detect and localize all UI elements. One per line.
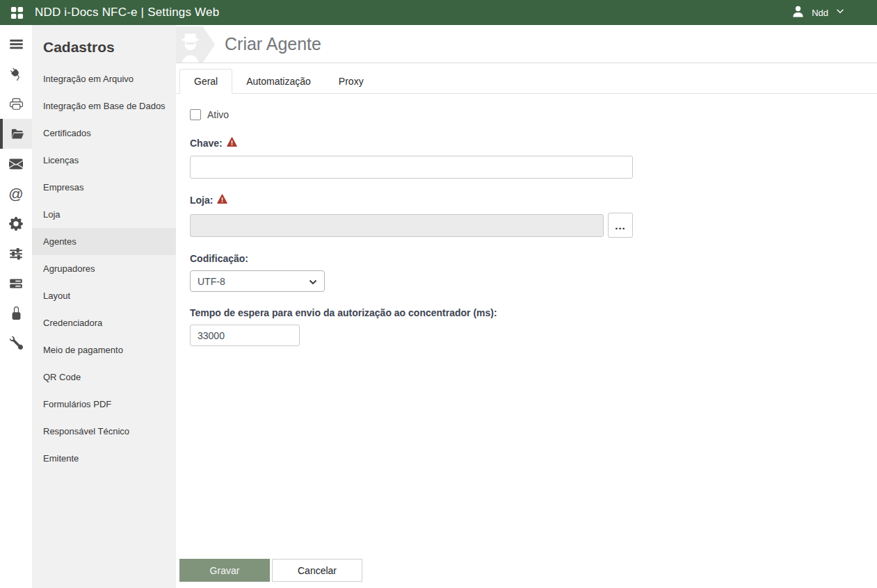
codificacao-field: Codificação: UTF-8 [190,253,863,292]
cancel-button[interactable]: Cancelar [272,559,362,582]
wrench-icon[interactable] [0,328,32,358]
topbar: NDD i-Docs NFC-e | Settings Web Ndd [0,0,877,25]
sidebar-item-agentes[interactable]: Agentes [32,228,176,255]
tempo-espera-input[interactable] [190,325,300,346]
sidebar: Cadastros Integração em Arquivo Integraç… [32,25,176,588]
chave-label: Chave: [190,138,223,149]
sidebar-item-empresas[interactable]: Empresas [32,174,176,201]
tempo-espera-label: Tempo de espera para envio da autorizaçã… [190,307,497,318]
save-button[interactable]: Gravar [179,559,270,582]
loja-field: Loja: ... [190,194,863,238]
sidebar-item-meio-pagamento[interactable]: Meio de pagamento [32,336,176,364]
ativo-field: Ativo [190,109,863,120]
chevron-down-icon [835,6,845,19]
page-header: Criar Agente [176,25,877,63]
sidebar-item-emitente[interactable]: Emitente [32,445,176,472]
server-icon[interactable] [0,268,32,298]
loja-input [190,214,604,237]
user-menu[interactable]: Ndd [791,5,845,21]
main-content: Criar Agente Geral Automatização Proxy A… [176,25,877,588]
agent-form: Ativo Chave: Loja: [176,94,877,559]
chevron-down-icon [309,276,317,287]
codificacao-select[interactable]: UTF-8 [190,270,325,292]
sidebar-item-integracao-base-dados[interactable]: Integração em Base de Dados [32,92,176,120]
codificacao-label: Codificação: [190,253,248,264]
chave-field: Chave: [190,137,863,179]
app-window: NDD i-Docs NFC-e | Settings Web Ndd [0,0,877,588]
sidebar-item-layout[interactable]: Layout [32,282,176,309]
menu-icon[interactable] [0,29,32,59]
sidebar-item-loja[interactable]: Loja [32,201,176,228]
app-title: NDD i-Docs NFC-e | Settings Web [35,6,219,19]
envelope-icon[interactable] [0,149,32,179]
ativo-label: Ativo [207,109,229,120]
ativo-checkbox[interactable] [190,109,201,120]
user-icon [791,5,805,21]
lock-icon[interactable] [0,298,32,328]
sidebar-item-responsavel-tecnico[interactable]: Responsável Técnico [32,418,176,445]
loja-label: Loja: [190,195,213,206]
form-actions: Gravar Cancelar [176,559,877,588]
tab-geral[interactable]: Geral [179,69,232,94]
sidebar-item-integracao-arquivo[interactable]: Integração em Arquivo [32,65,176,92]
sidebar-title: Cadastros [32,25,176,65]
icon-rail: @ [0,25,32,588]
tab-proxy[interactable]: Proxy [325,70,378,93]
page-title: Criar Agente [225,34,321,54]
tempo-espera-field: Tempo de espera para envio da autorizaçã… [190,307,863,346]
agent-spy-icon [176,26,216,63]
sidebar-item-credenciadora[interactable]: Credenciadora [32,309,176,336]
loja-browse-button[interactable]: ... [608,213,633,238]
sidebar-item-qr-code[interactable]: QR Code [32,364,176,391]
printer-icon[interactable] [0,89,32,119]
sliders-icon[interactable] [0,238,32,268]
gear-icon[interactable] [0,209,32,238]
codificacao-selected-value: UTF-8 [198,276,225,287]
chave-input[interactable] [190,156,633,179]
sidebar-item-formularios-pdf[interactable]: Formulários PDF [32,391,176,418]
tab-bar: Geral Automatização Proxy [176,63,877,94]
warning-icon [227,137,237,149]
user-name: Ndd [812,8,828,18]
folder-open-icon[interactable] [0,119,32,149]
warning-icon [217,194,227,206]
apps-grid-icon[interactable] [10,6,24,20]
sidebar-item-agrupadores[interactable]: Agrupadores [32,255,176,282]
tab-automatizacao[interactable]: Automatização [232,70,325,93]
at-icon[interactable]: @ [0,179,32,209]
plug-icon[interactable] [0,59,32,89]
sidebar-item-licencas[interactable]: Licenças [32,147,176,174]
sidebar-item-certificados[interactable]: Certificados [32,120,176,147]
